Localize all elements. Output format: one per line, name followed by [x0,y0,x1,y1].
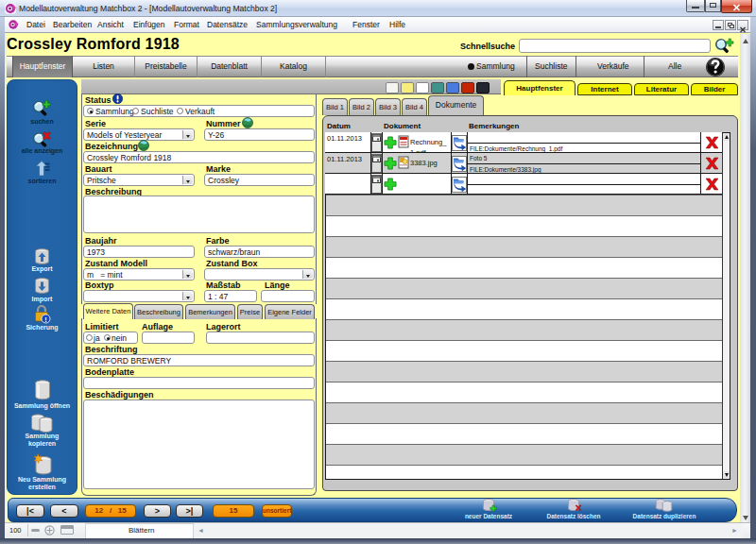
svg-text:!: ! [44,315,47,324]
